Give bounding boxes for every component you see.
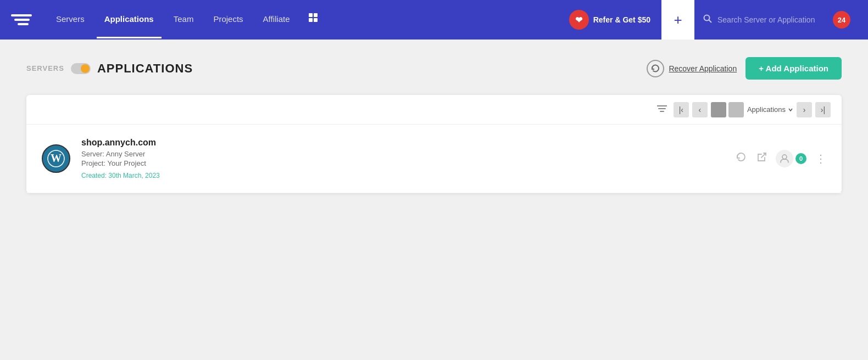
logo[interactable] (9, 10, 35, 30)
logo-line-1 (11, 14, 32, 16)
servers-label: SERVERS (26, 64, 64, 72)
card-area: |‹ ‹ Applications › ›| (26, 95, 842, 193)
nav-servers[interactable]: Servers (48, 1, 92, 38)
nav-right: ❤ Refer & Get $50 + 24 (558, 0, 859, 40)
page-header: SERVERS APPLICATIONS Recover Application… (26, 57, 842, 80)
prev-page-button[interactable]: ‹ (692, 102, 708, 117)
nav-projects[interactable]: Projects (205, 1, 251, 38)
app-server: Server: Anny Server (81, 150, 160, 158)
breadcrumb: SERVERS APPLICATIONS (26, 61, 193, 76)
user-icon (776, 150, 793, 167)
page-label: Applications (747, 105, 793, 114)
page-dot-2 (728, 102, 744, 117)
svg-rect-3 (314, 18, 318, 22)
last-page-button[interactable]: ›| (815, 102, 831, 117)
add-application-button[interactable]: + Add Application (745, 57, 842, 80)
search-area: 24 (694, 11, 859, 29)
plus-button[interactable]: + (661, 0, 694, 40)
toggle-track (71, 63, 91, 74)
main-content: SERVERS APPLICATIONS Recover Application… (0, 40, 868, 211)
view-toggle[interactable] (71, 63, 91, 74)
app-info: shop.annych.com Server: Anny Server Proj… (81, 138, 160, 179)
app-created: Created: 30th March, 2023 (81, 172, 160, 179)
logo-line-2 (14, 19, 30, 21)
user-count-badge: 0 (795, 153, 806, 164)
heart-icon: ❤ (569, 10, 589, 30)
pagination: |‹ ‹ Applications › ›| (674, 102, 831, 117)
notification-badge[interactable]: 24 (833, 11, 850, 29)
logo-icon (9, 10, 35, 30)
logo-line-3 (18, 23, 29, 25)
page-indicator (711, 102, 744, 117)
page-dot-1 (711, 102, 726, 117)
search-icon (703, 14, 712, 25)
app-left: W shop.annych.com Server: Anny Server Pr… (42, 138, 160, 179)
first-page-button[interactable]: |‹ (674, 102, 689, 117)
card-toolbar: |‹ ‹ Applications › ›| (26, 95, 842, 125)
app-project: Project: Your Project (81, 159, 160, 167)
app-card: W shop.annych.com Server: Anny Server Pr… (26, 125, 842, 193)
filter-icon[interactable] (655, 102, 669, 117)
svg-rect-0 (309, 13, 313, 17)
navbar: Servers Applications Team Projects Affil… (0, 0, 868, 40)
refresh-icon[interactable] (735, 151, 747, 166)
more-options-icon[interactable]: ⋮ (815, 152, 826, 165)
svg-text:W: W (51, 152, 62, 164)
external-link-icon[interactable] (756, 152, 767, 166)
page-title: APPLICATIONS (97, 61, 193, 76)
svg-rect-1 (314, 13, 318, 17)
refer-label: Refer & Get $50 (593, 15, 650, 24)
wordpress-icon: W (42, 144, 70, 173)
search-input[interactable] (717, 15, 827, 24)
nav-applications[interactable]: Applications (97, 1, 162, 38)
grid-icon[interactable] (309, 13, 320, 26)
next-page-button[interactable]: › (797, 102, 812, 117)
nav-links: Servers Applications Team Projects Affil… (48, 1, 558, 38)
recover-label: Recover Application (669, 64, 737, 73)
users-button[interactable]: 0 (776, 150, 806, 167)
svg-point-4 (704, 15, 710, 21)
nav-team[interactable]: Team (166, 1, 202, 38)
refer-button[interactable]: ❤ Refer & Get $50 (558, 10, 661, 30)
app-name: shop.annych.com (81, 138, 160, 148)
app-actions: 0 ⋮ (735, 150, 826, 167)
svg-line-11 (761, 153, 766, 158)
svg-rect-2 (309, 18, 313, 22)
nav-affiliate[interactable]: Affiliate (255, 1, 298, 38)
recover-application-button[interactable]: Recover Application (647, 60, 737, 77)
svg-line-5 (709, 20, 712, 23)
recover-icon (647, 60, 664, 77)
header-actions: Recover Application + Add Application (647, 57, 842, 80)
toggle-knob (81, 64, 90, 73)
svg-point-12 (782, 155, 787, 159)
